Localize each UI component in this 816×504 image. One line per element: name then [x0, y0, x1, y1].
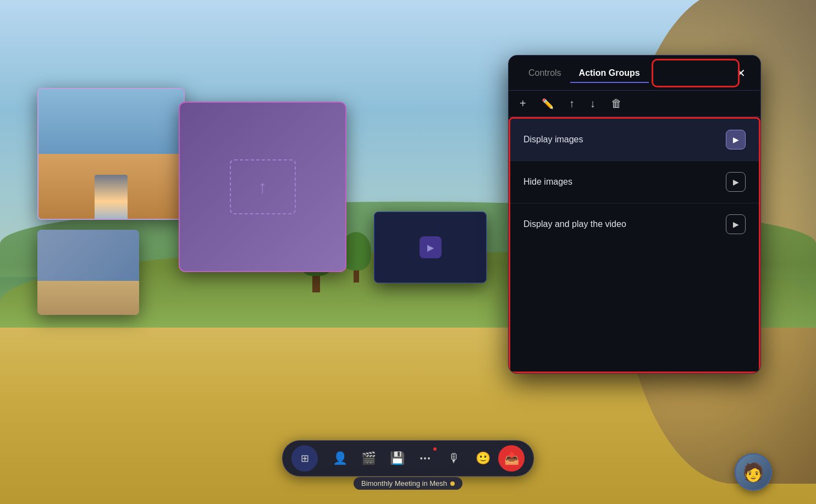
play-button-hide-images[interactable]: ▶ — [726, 172, 746, 192]
leave-icon: 📤 — [504, 451, 519, 466]
video-panel[interactable]: ▶ — [374, 212, 487, 283]
share-icon: 💾 — [390, 451, 405, 466]
panel-tabs: Controls Action Groups ✕ — [509, 56, 760, 91]
upload-panel[interactable]: ↑ — [179, 102, 346, 272]
play-button-display-video[interactable]: ▶ — [726, 214, 746, 234]
video-button[interactable]: 🎬 — [355, 445, 382, 472]
people-icon: 👤 — [333, 451, 348, 466]
list-item-display-images[interactable]: Display images ▶ — [510, 119, 759, 161]
avatar[interactable]: 🧑 — [735, 453, 772, 491]
meeting-status-dot — [450, 481, 455, 486]
more-button[interactable]: ••• — [412, 445, 439, 472]
photo-panel-1 — [37, 88, 185, 220]
more-icon: ••• — [420, 454, 432, 463]
tab-controls[interactable]: Controls — [520, 64, 570, 82]
action-groups-list: Display images ▶ Hide images ▶ Display a… — [509, 117, 760, 373]
share-button[interactable]: 💾 — [384, 445, 410, 472]
add-button[interactable]: + — [520, 97, 526, 110]
play-button-display-images[interactable]: ▶ — [726, 130, 746, 149]
mic-button[interactable]: 🎙 — [441, 445, 467, 472]
edit-button[interactable]: ✏️ — [542, 98, 554, 110]
list-item-hide-images[interactable]: Hide images ▶ — [510, 161, 759, 203]
play-icon-3: ▶ — [733, 220, 739, 229]
tab-highlight-box — [652, 59, 740, 87]
people-button[interactable]: 👤 — [327, 445, 353, 472]
mic-icon: 🎙 — [448, 451, 460, 466]
emoji-icon: 🙂 — [476, 451, 490, 466]
play-icon: ▶ — [427, 242, 434, 253]
emoji-button[interactable]: 🙂 — [470, 445, 496, 472]
bottom-bar: ⊞ 👤 🎬 💾 ••• 🎙 🙂 📤 — [282, 440, 534, 477]
right-panel: Controls Action Groups ✕ + ✏️ ↑ ↓ 🗑 Disp… — [508, 55, 761, 374]
play-icon-1: ▶ — [733, 135, 739, 144]
avatar-icon: 🧑 — [742, 462, 764, 483]
close-button[interactable]: ✕ — [732, 64, 749, 82]
delete-button[interactable]: 🗑 — [611, 97, 622, 110]
leave-button[interactable]: 📤 — [498, 445, 525, 472]
upload-drop-area[interactable]: ↑ — [230, 159, 296, 214]
move-down-button[interactable]: ↓ — [590, 97, 596, 110]
photo-panel-2 — [37, 230, 139, 315]
grid-icon: ⊞ — [301, 452, 309, 464]
video-play-button[interactable]: ▶ — [420, 236, 442, 258]
play-icon-2: ▶ — [733, 178, 739, 186]
meeting-label: Bimonthly Meeting in Mesh — [354, 477, 462, 490]
upload-arrow-icon: ↑ — [258, 177, 267, 197]
tab-action-groups[interactable]: Action Groups — [570, 64, 649, 82]
grid-button[interactable]: ⊞ — [291, 445, 318, 472]
video-icon: 🎬 — [361, 451, 376, 466]
list-item-display-video[interactable]: Display and play the video ▶ — [510, 203, 759, 245]
move-up-button[interactable]: ↑ — [569, 97, 575, 110]
panel-toolbar: + ✏️ ↑ ↓ 🗑 — [509, 91, 760, 117]
